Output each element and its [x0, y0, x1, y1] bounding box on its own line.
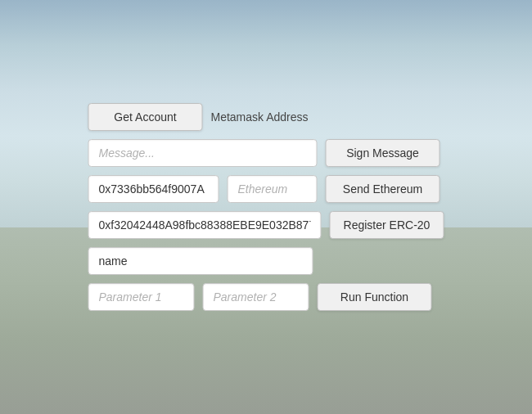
run-function-button[interactable]: Run Function	[318, 283, 432, 311]
register-erc20-button[interactable]: Register ERC-20	[330, 211, 444, 239]
get-account-row: Get Account Metamask Address	[88, 103, 444, 131]
sign-message-row: Sign Message	[88, 139, 444, 167]
main-panel: Get Account Metamask Address Sign Messag…	[72, 87, 461, 327]
register-erc20-row: Register ERC-20	[88, 211, 444, 239]
metamask-address-label: Metamask Address	[211, 110, 309, 124]
eth-address-input[interactable]	[88, 175, 219, 203]
function-name-row	[88, 247, 444, 275]
run-function-row: Run Function	[88, 283, 444, 311]
param2-input[interactable]	[203, 283, 309, 311]
send-ethereum-row: Send Ethereum	[88, 175, 444, 203]
ethereum-amount-input[interactable]	[228, 175, 318, 203]
send-ethereum-button[interactable]: Send Ethereum	[326, 175, 440, 203]
sign-message-button[interactable]: Sign Message	[326, 139, 440, 167]
erc-address-input[interactable]	[88, 211, 322, 239]
param1-input[interactable]	[88, 283, 195, 311]
message-input[interactable]	[88, 139, 318, 167]
get-account-button[interactable]: Get Account	[88, 103, 203, 131]
function-name-input[interactable]	[88, 247, 313, 275]
